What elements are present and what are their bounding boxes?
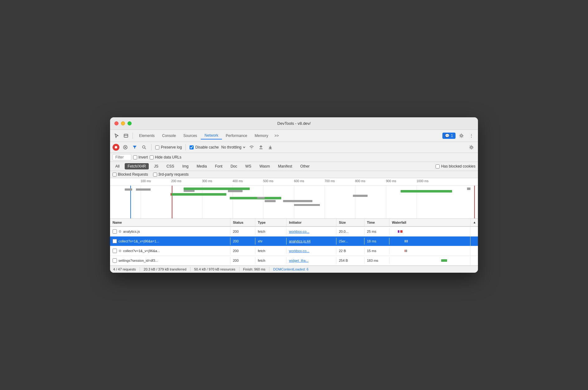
row3-checkbox[interactable]	[113, 249, 117, 253]
type-ws[interactable]: WS	[243, 163, 254, 169]
issues-icon: 💬	[445, 134, 450, 138]
invert-label[interactable]: Invert	[133, 155, 148, 159]
row1-checkbox[interactable]	[113, 229, 117, 234]
col-initiator[interactable]: Initiator	[287, 219, 336, 226]
cursor-icon[interactable]	[113, 132, 121, 140]
invert-checkbox[interactable]	[133, 155, 137, 159]
col-size[interactable]: Size	[336, 219, 364, 226]
minimize-button[interactable]	[121, 121, 125, 125]
row4-name-text: settings?session_id=df3...	[118, 259, 158, 262]
row2-checkbox[interactable]	[113, 239, 117, 243]
download-icon[interactable]	[267, 144, 274, 151]
table-row[interactable]: ⚙ collect?v=1&_v=j96&a... 200 fetch work…	[110, 246, 478, 256]
tab-performance[interactable]: Performance	[222, 132, 251, 139]
type-font[interactable]: Font	[212, 163, 225, 169]
col-type[interactable]: Type	[255, 219, 287, 226]
has-blocked-cookies-checkbox[interactable]	[436, 164, 440, 168]
row1-initiator-link[interactable]: workbox-co...	[289, 230, 309, 233]
row4-initiator-link[interactable]: widget_ifra...	[289, 259, 308, 262]
third-party-checkbox[interactable]	[153, 173, 157, 177]
wf-bar-top-green	[184, 188, 250, 190]
svg-point-7	[142, 146, 145, 148]
row3-initiator-link[interactable]: workbox-co...	[289, 249, 309, 253]
type-fetch-xhr[interactable]: Fetch/XHR	[125, 163, 149, 169]
invert-text: Invert	[138, 155, 148, 159]
tab-elements[interactable]: Elements	[135, 132, 158, 139]
settings-button[interactable]	[457, 132, 465, 140]
svg-point-13	[470, 146, 472, 148]
clear-button[interactable]	[122, 144, 129, 151]
status-sep-2	[190, 267, 190, 271]
wf-label-800: 800 ms	[355, 179, 365, 183]
tab-console[interactable]: Console	[158, 132, 180, 139]
filter-sep-1	[151, 144, 152, 150]
type-other[interactable]: Other	[297, 163, 312, 169]
type-manifest[interactable]: Manifest	[275, 163, 295, 169]
disable-cache-label[interactable]: Disable cache	[190, 145, 219, 149]
tab-sources[interactable]: Sources	[180, 132, 201, 139]
type-media[interactable]: Media	[194, 163, 210, 169]
blocked-requests-checkbox[interactable]	[113, 173, 117, 177]
wf-bar-r2-green	[171, 193, 226, 196]
upload-icon[interactable]	[258, 144, 264, 151]
search-button[interactable]	[141, 144, 147, 151]
preserve-log-label[interactable]: Preserve log	[155, 145, 182, 149]
maximize-button[interactable]	[128, 121, 132, 125]
disable-cache-checkbox[interactable]	[190, 145, 194, 149]
third-party-text: 3rd-party requests	[158, 172, 189, 177]
col-sort[interactable]: ▲	[470, 219, 478, 226]
title-bar: DevTools - v8.dev/	[110, 117, 478, 130]
tab-memory[interactable]: Memory	[251, 132, 272, 139]
has-blocked-cookies[interactable]: Has blocked cookies	[436, 164, 475, 168]
filter-button[interactable]	[131, 144, 138, 151]
hide-data-urls-checkbox[interactable]	[150, 155, 154, 159]
transferred-size: 20.3 kB / 379 kB transferred	[144, 267, 186, 271]
type-img[interactable]: Img	[180, 163, 191, 169]
col-time[interactable]: Time	[364, 219, 389, 226]
dom-content-loaded: DOMContentLoaded: 6	[273, 267, 308, 271]
close-button[interactable]	[114, 121, 118, 125]
row2-type: xhr	[255, 238, 287, 245]
row3-time: 15 ms	[364, 247, 389, 254]
record-button[interactable]	[113, 144, 119, 151]
col-name[interactable]: Name	[110, 219, 230, 226]
row3-name-text: collect?v=1&_v=j96&a...	[123, 249, 160, 253]
preserve-log-checkbox[interactable]	[155, 145, 159, 149]
row1-time: 25 ms	[364, 228, 389, 235]
type-wasm[interactable]: Wasm	[257, 163, 273, 169]
row4-type: fetch	[255, 257, 287, 264]
dock-icon[interactable]	[122, 132, 130, 140]
type-js[interactable]: JS	[151, 163, 161, 169]
table-row[interactable]: collect?v=1&_v=j96&a=1... 200 xhr analyt…	[110, 236, 478, 246]
row1-wf-bar-2	[400, 230, 402, 233]
traffic-lights	[114, 121, 132, 125]
more-options-button[interactable]: ⋮	[467, 132, 475, 140]
row4-checkbox[interactable]	[113, 258, 117, 263]
type-all[interactable]: All	[113, 163, 122, 169]
col-waterfall[interactable]: Waterfall	[389, 219, 470, 226]
row3-wf-bar-1	[405, 250, 405, 252]
table-row[interactable]: settings?session_id=df3... 200 fetch wid…	[110, 256, 478, 266]
type-doc[interactable]: Doc	[228, 163, 240, 169]
filter-input[interactable]: Filter	[113, 154, 131, 160]
requests-count: 4 / 47 requests	[113, 267, 136, 271]
network-settings-button[interactable]	[467, 143, 475, 151]
more-tabs-button[interactable]: >>	[272, 132, 281, 139]
hide-data-urls-label[interactable]: Hide data URLs	[150, 155, 181, 159]
preserve-log-text: Preserve log	[161, 145, 182, 149]
throttle-select[interactable]: No throttling	[221, 145, 246, 149]
wf-label-500: 500 ms	[263, 179, 273, 183]
wf-label-400: 400 ms	[233, 179, 243, 183]
tab-network[interactable]: Network	[201, 132, 222, 139]
blocked-requests-label[interactable]: Blocked Requests	[113, 172, 148, 177]
table-row[interactable]: ⚙ analytics.js 200 fetch workbox-co... 2…	[110, 227, 478, 236]
row4-size: 254 B	[336, 257, 364, 264]
row2-initiator-link[interactable]: analytics.js:44	[289, 239, 311, 243]
row2-wf-bar-1	[405, 240, 405, 242]
col-status[interactable]: Status	[230, 219, 255, 226]
wf-label-1000: 1000 ms	[417, 179, 428, 183]
type-css[interactable]: CSS	[164, 163, 177, 169]
issues-badge[interactable]: 💬 1	[442, 133, 455, 139]
third-party-label[interactable]: 3rd-party requests	[153, 172, 189, 177]
wifi-icon[interactable]	[248, 144, 255, 151]
